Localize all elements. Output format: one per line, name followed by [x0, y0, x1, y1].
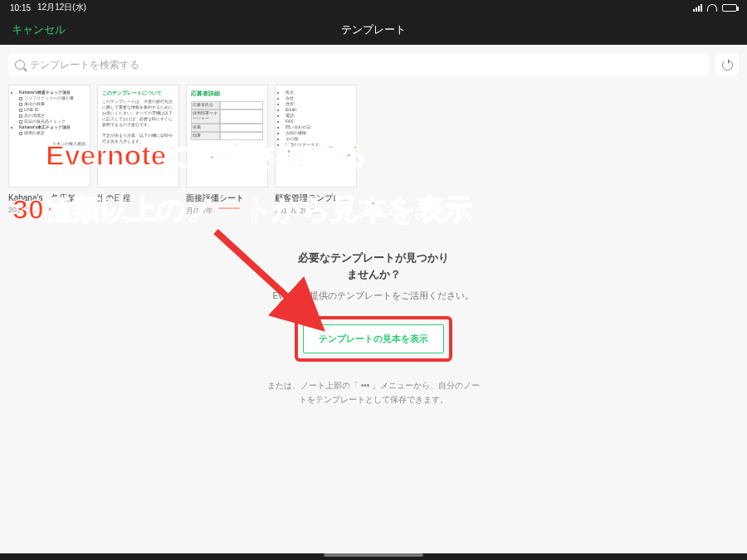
bottom-bar	[0, 553, 747, 560]
home-indicator[interactable]	[324, 553, 423, 557]
refresh-icon	[722, 60, 733, 71]
search-icon	[15, 60, 25, 70]
template-date: 月/11/年	[186, 206, 268, 217]
status-date: 12月12日(水)	[37, 2, 86, 13]
template-title: 顧客管理テンプレート	[275, 192, 357, 204]
battery-icon	[722, 4, 737, 12]
template-card[interactable]: Kahana's検査チェック項目 フリフリクッカーの液の量 保冷の残量 LINE…	[8, 85, 90, 217]
template-card[interactable]: 応募者詳細 応募者氏名 採用部署マネージャー 役職 部署 面接評価シート 月/1…	[186, 85, 268, 217]
template-thumbnail: 氏名:会社: 住所:Email: 電話:FAX: 問い合わせ日:次回の権限: そ…	[275, 85, 357, 187]
refresh-button[interactable]	[715, 53, 739, 76]
template-title: 面接評価シート	[186, 192, 268, 204]
status-time: 10:15	[10, 3, 31, 12]
template-card[interactable]: 氏名:会社: 住所:Email: 電話:FAX: 問い合わせ日:次回の権限: そ…	[275, 85, 357, 217]
wifi-icon	[707, 4, 717, 12]
cancel-button[interactable]: キャンセル	[12, 22, 66, 37]
template-date: 2018/1...	[8, 206, 90, 214]
main-content: Kahana's検査チェック項目 フリフリクッカーの液の量 保冷の残量 LINE…	[0, 45, 747, 553]
signal-icon	[693, 4, 702, 12]
template-date: 2018/9/26に...	[275, 206, 357, 217]
search-box[interactable]	[8, 53, 709, 76]
template-thumbnail: このテンプレートについて このテンプレートは、今度の旅行先次に際して重要な情報を…	[97, 85, 179, 187]
status-bar: 10:15 12月12日(水)	[0, 0, 747, 15]
template-title: Kahana's 各店舗チェッ...	[8, 192, 90, 204]
nav-bar: キャンセル テンプレート	[0, 15, 747, 45]
svg-line-1	[216, 231, 315, 323]
template-thumbnail: Kahana's検査チェック項目 フリフリクッカーの液の量 保冷の残量 LINE…	[8, 85, 90, 187]
annotation-arrow-icon	[208, 223, 340, 339]
template-title: 旅の日程	[97, 192, 179, 204]
template-thumbnail: 応募者詳細 応募者氏名 採用部署マネージャー 役職 部署	[186, 85, 268, 187]
page-title: テンプレート	[341, 22, 406, 37]
templates-grid: Kahana's検査チェック項目 フリフリクッカーの液の量 保冷の残量 LINE…	[8, 85, 739, 217]
search-input[interactable]	[30, 59, 702, 71]
template-card[interactable]: このテンプレートについて このテンプレートは、今度の旅行先次に際して重要な情報を…	[97, 85, 179, 217]
no-results-tail: または、ノート上部の「 ••• 」メニューから、自分のノートをテンプレートとして…	[266, 378, 481, 407]
no-results-heading: ませんか？	[347, 268, 401, 280]
